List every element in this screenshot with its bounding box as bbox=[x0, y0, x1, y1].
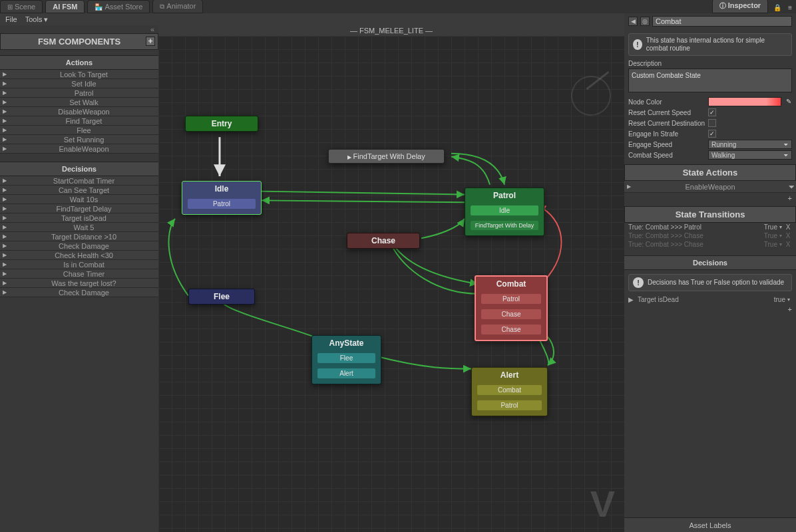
decision-row[interactable]: ▶FindTarget Delay bbox=[0, 204, 158, 213]
decision-row[interactable]: ▶Target Distance >10 bbox=[0, 232, 158, 241]
engage-speed-dropdown[interactable]: Running⏷ bbox=[708, 140, 792, 149]
info-icon: ! bbox=[633, 39, 642, 50]
graph-canvas[interactable]: Entry Idle Patrol ▶ FindTarget With Dela… bbox=[158, 36, 624, 532]
panel-menu-icon[interactable]: ≡ bbox=[784, 2, 796, 13]
expand-icon: ▶ bbox=[0, 196, 9, 202]
decision-row[interactable]: ▶Is in Combat bbox=[0, 260, 158, 269]
expand-icon: ▶ bbox=[0, 71, 9, 77]
expand-icon: ▶ bbox=[0, 108, 9, 114]
reset-speed-checkbox[interactable] bbox=[708, 108, 716, 116]
add-decision-button[interactable]: + bbox=[788, 305, 792, 313]
node-color-label: Node Color bbox=[628, 98, 708, 106]
menu-tools[interactable]: Tools ▾ bbox=[25, 15, 49, 24]
panel-lock-icon[interactable]: 🔒 bbox=[771, 2, 784, 13]
info-icon: ! bbox=[633, 277, 644, 288]
expand-icon: ▶ bbox=[0, 215, 9, 221]
nav-back-icon[interactable]: ◀ bbox=[628, 17, 638, 26]
decision-row[interactable]: ▶ Target isDead true ▾ bbox=[624, 295, 796, 304]
transition-row[interactable]: True: Combat >>> ChaseTrue▾X bbox=[624, 240, 796, 249]
action-row[interactable]: ▶DisableWeapon bbox=[0, 107, 158, 116]
transition-row[interactable]: True: Combat >>> ChaseTrue▾X bbox=[624, 231, 796, 240]
tab-ai-fsm[interactable]: AI FSM bbox=[45, 0, 85, 13]
expand-icon: ▶ bbox=[0, 233, 9, 239]
node-anystate[interactable]: AnyState Flee Alert bbox=[311, 335, 381, 384]
left-panel: « FSM COMPONENTS + Actions ▶Look To Targ… bbox=[0, 25, 158, 532]
inspector-panel: ◀ ◎ ! This state has internal actions fo… bbox=[624, 13, 796, 532]
graph-panel[interactable]: — FSM_MELEE_LITE — bbox=[158, 25, 624, 532]
eyedropper-icon[interactable]: ✎ bbox=[786, 98, 791, 105]
add-component-button[interactable]: + bbox=[146, 37, 155, 46]
action-row[interactable]: ▶Set Idle bbox=[0, 79, 158, 88]
expand-icon: ▶ bbox=[0, 99, 9, 105]
nav-target-icon[interactable]: ◎ bbox=[640, 17, 650, 26]
node-combat[interactable]: Combat Patrol Chase Chase bbox=[475, 275, 548, 341]
decision-row[interactable]: ▶Chase Timer bbox=[0, 269, 158, 279]
expand-icon: ▶ bbox=[0, 90, 9, 96]
decision-row[interactable]: ▶Was the target lost? bbox=[0, 279, 158, 288]
node-find-target[interactable]: ▶ FindTarget With Delay bbox=[328, 149, 445, 164]
expand-icon: ▶ bbox=[0, 187, 9, 193]
action-row[interactable]: ▶EnableWeapon bbox=[0, 144, 158, 154]
tab-animator[interactable]: ⧉Animator bbox=[152, 0, 203, 13]
description-label: Description bbox=[624, 60, 796, 67]
state-actions-hdr: State Actions bbox=[624, 164, 796, 181]
insp-decisions-hdr: Decisions bbox=[624, 255, 796, 270]
decisions-hdr: Decisions bbox=[0, 162, 158, 176]
tab-asset-store[interactable]: 🏪Asset Store bbox=[87, 0, 150, 13]
fsm-components-hdr: FSM COMPONENTS + bbox=[0, 33, 158, 50]
node-color-field[interactable]: ✎ bbox=[708, 97, 781, 106]
remove-transition-button[interactable]: X bbox=[784, 223, 792, 231]
decision-row[interactable]: ▶Wait 10s bbox=[0, 195, 158, 204]
info-box-decisions: ! Decisions has True or False option to … bbox=[628, 274, 792, 291]
decision-row[interactable]: ▶Target isDead bbox=[0, 213, 158, 223]
expand-icon: ▶ bbox=[0, 271, 9, 277]
tab-inspector[interactable]: ⓘInspector bbox=[712, 0, 769, 13]
action-row[interactable]: ▶Look To Target bbox=[0, 70, 158, 79]
description-textarea[interactable]: Custom Combate State bbox=[628, 68, 792, 92]
action-row[interactable]: ▶Set Walk bbox=[0, 98, 158, 107]
state-action-row[interactable]: ▶ EnableWeapon ⏷ bbox=[624, 181, 796, 193]
expand-icon: ▶ bbox=[0, 243, 9, 249]
remove-transition-button[interactable]: X bbox=[784, 232, 792, 239]
remove-transition-button[interactable]: X bbox=[784, 241, 792, 248]
state-name-input[interactable] bbox=[652, 16, 792, 27]
action-row[interactable]: ▶Find Target bbox=[0, 116, 158, 126]
graph-title: — FSM_MELEE_LITE — bbox=[158, 25, 624, 36]
decision-row[interactable]: ▶Wait 5 bbox=[0, 223, 158, 232]
state-transitions-hdr: State Transitions bbox=[624, 206, 796, 223]
decision-row[interactable]: ▶StartCombat Timer bbox=[0, 176, 158, 186]
node-patrol[interactable]: Patrol Idle FindTarget With Delay bbox=[465, 188, 544, 236]
info-box-actions: ! This state has internal actions for si… bbox=[628, 33, 792, 56]
action-row[interactable]: ▶Flee bbox=[0, 126, 158, 135]
watermark-pen-icon bbox=[566, 70, 617, 122]
expand-icon: ▶ bbox=[0, 280, 9, 286]
tab-scene[interactable]: ⊞Scene bbox=[0, 0, 43, 13]
expand-icon: ▶ bbox=[0, 136, 9, 142]
combat-speed-dropdown[interactable]: Walking⏷ bbox=[708, 150, 792, 160]
node-chase[interactable]: Chase bbox=[347, 233, 420, 249]
expand-icon: ▶ bbox=[0, 261, 9, 267]
action-row[interactable]: ▶Set Running bbox=[0, 135, 158, 144]
decision-row[interactable]: ▶Check Damage bbox=[0, 288, 158, 297]
expand-icon: ▶ bbox=[0, 127, 9, 133]
menu-file[interactable]: File bbox=[5, 15, 17, 23]
decision-row[interactable]: ▶Check Damage bbox=[0, 241, 158, 251]
decision-row[interactable]: ▶Can See Target bbox=[0, 186, 158, 195]
node-idle[interactable]: Idle Patrol bbox=[182, 181, 262, 215]
expand-icon: ▶ bbox=[0, 289, 9, 295]
node-flee[interactable]: Flee bbox=[188, 289, 255, 305]
expand-icon: ▶ bbox=[0, 252, 9, 258]
engage-strafe-checkbox[interactable] bbox=[708, 130, 716, 138]
node-entry[interactable]: Entry bbox=[185, 116, 258, 132]
watermark-icon: V bbox=[590, 482, 615, 525]
add-state-action-button[interactable]: + bbox=[788, 194, 792, 202]
node-alert[interactable]: Alert Combat Patrol bbox=[471, 367, 548, 416]
transition-row[interactable]: True: Combat >>> PatrolTrue▾X bbox=[624, 223, 796, 231]
expand-icon: ▶ bbox=[0, 205, 9, 211]
asset-labels-bar: Asset Labels bbox=[624, 517, 796, 532]
decision-row[interactable]: ▶Check Health <30 bbox=[0, 251, 158, 260]
collapse-handle[interactable]: « bbox=[0, 25, 158, 33]
action-row[interactable]: ▶Patrol bbox=[0, 88, 158, 98]
reset-dest-checkbox[interactable] bbox=[708, 119, 716, 127]
expand-icon: ▶ bbox=[0, 118, 9, 124]
